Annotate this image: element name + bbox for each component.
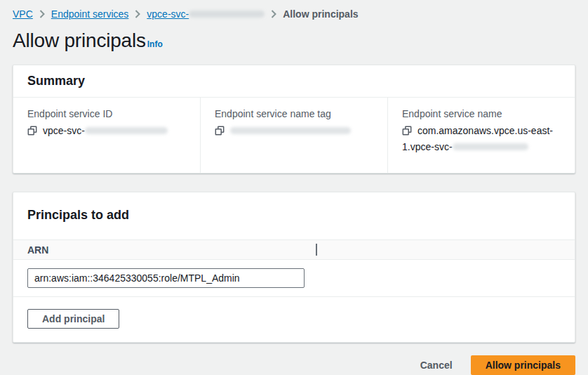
field-value: vpce-svc- (27, 124, 186, 140)
principals-card: Principals to add ARN Add principal (13, 192, 575, 343)
summary-heading: Summary (27, 74, 561, 88)
value-prefix: vpce-svc- (43, 125, 85, 136)
redacted-value (453, 143, 528, 150)
summary-card-header: Summary (13, 65, 575, 98)
add-principal-button[interactable]: Add principal (27, 309, 119, 329)
copy-icon[interactable] (27, 125, 37, 140)
field-label: Endpoint service name tag (215, 107, 373, 121)
summary-field-endpoint-service-name-tag: Endpoint service name tag (200, 98, 387, 173)
actions-bar: Cancel Allow principals (13, 355, 575, 375)
chevron-right-icon (271, 10, 276, 18)
field-value: com.amazonaws.vpce.us-east-1.vpce-svc- (402, 124, 561, 154)
arn-input[interactable] (27, 268, 305, 288)
breadcrumb: VPC Endpoint services vpce-svc- Allow pr… (13, 6, 575, 21)
info-link[interactable]: Info (147, 39, 163, 49)
breadcrumb-current: Allow principals (283, 8, 358, 20)
allow-principals-button[interactable]: Allow principals (471, 355, 575, 375)
copy-icon[interactable] (402, 125, 412, 140)
field-label: Endpoint service ID (27, 107, 186, 121)
principal-input-row (13, 260, 575, 296)
redacted-value (85, 127, 168, 134)
page-title: Allow principals (13, 29, 146, 52)
summary-field-endpoint-service-name: Endpoint service name com.amazonaws.vpce… (387, 98, 575, 173)
arn-column-resize-handle[interactable] (316, 244, 317, 256)
arn-column-header: ARN (27, 244, 316, 256)
principals-card-header: Principals to add (13, 192, 575, 239)
principals-table-header: ARN (13, 239, 575, 260)
summary-field-endpoint-service-id: Endpoint service ID vpce-svc- (13, 98, 200, 173)
field-value (215, 124, 373, 140)
breadcrumb-vpc[interactable]: VPC (13, 8, 33, 20)
breadcrumb-endpoint-services[interactable]: Endpoint services (51, 8, 129, 20)
summary-grid: Endpoint service ID vpce-svc- Endpoint s… (13, 98, 575, 173)
principals-card-footer: Add principal (13, 296, 575, 342)
summary-card: Summary Endpoint service ID vpce-svc- En… (13, 65, 575, 173)
redacted-value (230, 127, 351, 134)
title-row: Allow principals Info (13, 29, 575, 52)
breadcrumb-service-id-prefix: vpce-svc- (147, 8, 189, 20)
principals-heading: Principals to add (27, 208, 561, 223)
breadcrumb-endpoint-service-id[interactable]: vpce-svc- (147, 8, 265, 20)
cancel-button[interactable]: Cancel (420, 360, 453, 371)
chevron-right-icon (39, 10, 45, 18)
field-label: Endpoint service name (402, 107, 561, 121)
chevron-right-icon (135, 10, 140, 18)
copy-icon[interactable] (215, 125, 225, 140)
page-container: VPC Endpoint services vpce-svc- Allow pr… (0, 0, 588, 375)
redacted-service-id (189, 11, 265, 18)
